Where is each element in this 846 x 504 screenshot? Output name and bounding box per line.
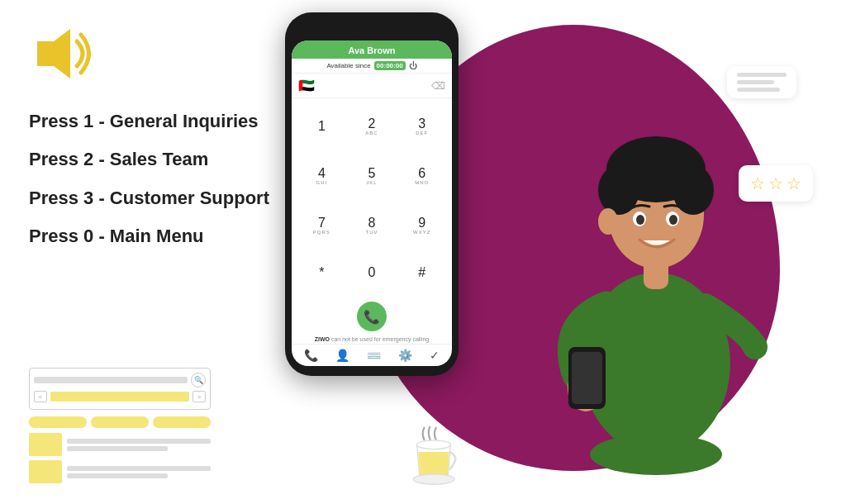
wireframe-list-item-2: [29, 460, 211, 483]
svg-point-18: [417, 440, 451, 449]
phone-bottom-nav: 📞 👤 ⌨️ ⚙️ ✓: [292, 344, 452, 366]
tag-2: [91, 416, 149, 428]
wireframe-browser: 🔍 < >: [29, 368, 211, 410]
speaker-icon: [29, 25, 310, 94]
flag-emoji: 🇦🇪: [298, 78, 315, 93]
svg-rect-14: [572, 352, 602, 404]
star-2: ☆: [768, 174, 783, 193]
dial-key-1[interactable]: 1: [297, 102, 347, 151]
chat-lines: [737, 73, 787, 92]
call-button[interactable]: 📞: [357, 302, 387, 331]
tag-1: [29, 416, 87, 428]
dial-key-8[interactable]: 8TUV: [347, 201, 397, 250]
emergency-text: ZIWO can not be used for emergency calli…: [292, 335, 452, 344]
list-line-2b: [67, 473, 168, 478]
wireframe-list-item-1: [29, 433, 211, 456]
list-thumb-2: [29, 460, 62, 483]
dial-key-hash[interactable]: #: [397, 250, 447, 295]
nav-contacts-icon[interactable]: 👤: [335, 349, 349, 362]
list-lines-2: [67, 466, 211, 478]
menu-items: Press 1 - General Inquiries Press 2 - Sa…: [29, 111, 310, 248]
dialpad: 1 2ABC 3DEF 4GHI 5JKL 6MNO 7PQRS 8TUV 9W…: [292, 98, 452, 298]
nav-prev-btn[interactable]: <: [34, 391, 47, 402]
dial-key-5[interactable]: 5JKL: [347, 151, 397, 201]
svg-point-11: [598, 208, 618, 235]
list-line-2a: [67, 466, 211, 471]
menu-item-2: Press 2 - Sales Team: [29, 149, 310, 170]
nav-dialpad-icon[interactable]: ⌨️: [367, 349, 381, 362]
phone-notch: [347, 22, 397, 36]
flag-row: 🇦🇪 ⌫: [292, 74, 452, 98]
svg-point-17: [590, 434, 722, 475]
dial-key-3[interactable]: 3DEF: [397, 102, 447, 151]
star-3: ☆: [787, 174, 801, 193]
phone-contact-name: Ava Brown: [292, 40, 452, 59]
star-1: ☆: [750, 174, 765, 193]
left-panel: Press 1 - General Inquiries Press 2 - Sa…: [29, 25, 310, 269]
backspace-icon[interactable]: ⌫: [431, 80, 445, 92]
power-icon: ⏻: [409, 61, 417, 70]
list-lines-1: [67, 439, 211, 451]
stars-bubble: ☆ ☆ ☆: [739, 165, 813, 202]
svg-point-19: [413, 474, 454, 484]
tag-3: [153, 416, 211, 428]
list-line-1b: [67, 446, 168, 451]
dial-key-0[interactable]: 0: [347, 250, 397, 295]
call-row: 📞: [292, 298, 452, 335]
wireframe-illustration: 🔍 < >: [29, 368, 211, 487]
menu-item-4: Press 0 - Main Menu: [29, 226, 310, 247]
nav-phone-icon[interactable]: 📞: [304, 349, 318, 362]
phone-status-bar: Available since 00:00:00 ⏻: [292, 59, 452, 74]
dial-key-4[interactable]: 4GHI: [297, 151, 347, 201]
svg-marker-0: [37, 29, 70, 78]
svg-point-10: [669, 215, 677, 225]
dial-key-7[interactable]: 7PQRS: [297, 201, 347, 250]
nav-next-btn[interactable]: >: [192, 391, 206, 402]
chat-line-2: [737, 80, 774, 84]
wireframe-address-bar: [34, 377, 188, 383]
chat-line-3: [737, 88, 780, 92]
svg-point-9: [636, 215, 644, 225]
list-line-1a: [67, 439, 211, 444]
emergency-brand: ZIWO: [315, 336, 330, 342]
menu-item-1: Press 1 - General Inquiries: [29, 111, 310, 132]
status-label: Available since: [326, 62, 370, 69]
dial-key-star[interactable]: *: [297, 250, 347, 295]
dial-key-6[interactable]: 6MNO: [397, 151, 447, 201]
chat-line-1: [737, 73, 787, 77]
menu-item-3: Press 3 - Customer Support: [29, 188, 310, 209]
dial-key-9[interactable]: 9WXYZ: [397, 201, 447, 250]
chat-bubble-top: [727, 66, 796, 98]
status-time: 00:00:00: [374, 61, 406, 70]
wireframe-highlight: [50, 392, 189, 402]
phone-screen: Ava Brown Available since 00:00:00 ⏻ 🇦🇪 …: [292, 40, 452, 366]
stars-row: ☆ ☆ ☆: [750, 174, 801, 193]
nav-settings-icon[interactable]: ⚙️: [398, 349, 412, 362]
nav-check-icon[interactable]: ✓: [430, 349, 440, 362]
phone-mockup: Ava Brown Available since 00:00:00 ⏻ 🇦🇪 …: [285, 12, 459, 376]
dial-key-2[interactable]: 2ABC: [347, 102, 397, 151]
wireframe-search-icon: 🔍: [191, 373, 206, 388]
wireframe-tags: [29, 416, 211, 428]
coffee-cup: [405, 426, 463, 496]
list-thumb-1: [29, 433, 62, 456]
